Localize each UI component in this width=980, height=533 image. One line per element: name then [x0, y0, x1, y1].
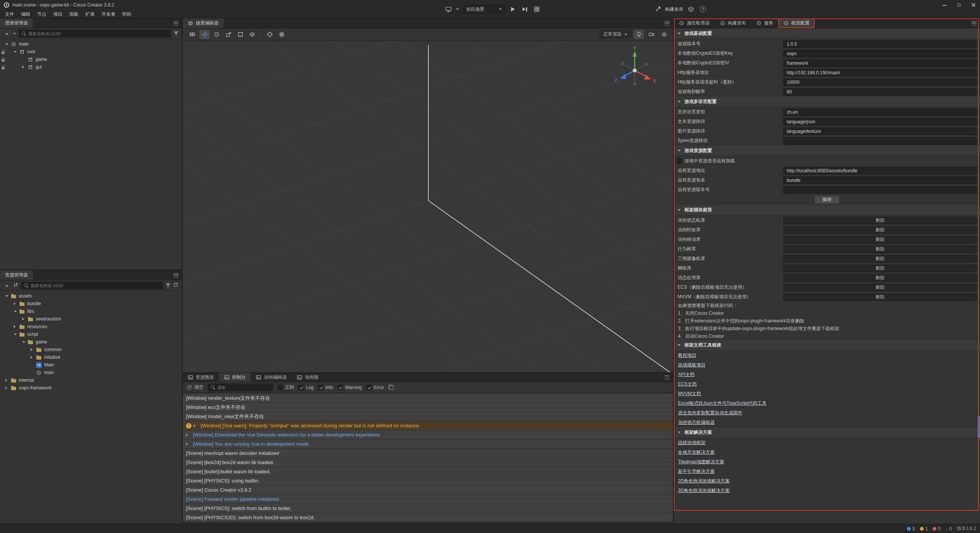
- hierarchy-node-row[interactable]: game: [0, 56, 182, 63]
- menu-item[interactable]: 编辑: [18, 10, 34, 18]
- delete-module-button[interactable]: 删除: [783, 284, 977, 291]
- asset-row[interactable]: resources: [0, 323, 182, 330]
- delete-module-button[interactable]: 删除: [783, 265, 977, 272]
- property-input[interactable]: language/json: [783, 118, 977, 126]
- scene-select-dropdown[interactable]: 当前场景: [462, 5, 505, 13]
- log-row[interactable]: ! [Window] render_texture文件夹不存在: [183, 394, 673, 402]
- add-asset-button[interactable]: +: [3, 282, 10, 289]
- hierarchy-search[interactable]: [19, 30, 171, 38]
- section-header-resource[interactable]: 游戏资源配置: [674, 146, 980, 156]
- log-row[interactable]: ! [Window] You are running Vue in develo…: [183, 440, 673, 448]
- scene-viewport[interactable]: Y X Z: [183, 41, 673, 372]
- solution-link[interactable]: Tiledmap地图解决方案: [678, 459, 724, 465]
- delete-module-button[interactable]: 删除: [783, 293, 977, 301]
- axis-gizmo[interactable]: Y X Z: [612, 46, 658, 92]
- property-input[interactable]: zh,en: [783, 108, 977, 116]
- console-search[interactable]: [208, 384, 273, 391]
- console-search-input[interactable]: [217, 385, 270, 390]
- inspector-tab[interactable]: 属性检查器: [674, 18, 715, 28]
- expander-icon[interactable]: [14, 325, 19, 328]
- clear-console-button[interactable]: 清空: [187, 384, 203, 391]
- solution-link[interactable]: 战棋游戏框架: [678, 440, 706, 446]
- close-button[interactable]: [971, 2, 976, 8]
- section-header-basic[interactable]: 游戏基础配置: [674, 28, 980, 39]
- step-button[interactable]: [521, 5, 529, 13]
- console-tab[interactable]: 资源预览: [183, 373, 219, 382]
- section-header-solutions[interactable]: 框架解决方案: [674, 427, 980, 438]
- log-row[interactable]: ! [Scene] Cocos Creator v3.8.2: [183, 486, 673, 494]
- lock-icon[interactable]: [2, 57, 5, 62]
- remote-load-checkbox[interactable]: [677, 159, 682, 164]
- asset-row[interactable]: seedrandom: [0, 315, 182, 323]
- play-button[interactable]: [509, 5, 517, 13]
- property-input[interactable]: [783, 137, 977, 145]
- inspector-tab[interactable]: 服务: [751, 18, 778, 28]
- scene-settings-gear-icon[interactable]: [659, 30, 669, 39]
- expander-icon[interactable]: [14, 334, 19, 335]
- assets-search-input[interactable]: [31, 283, 160, 288]
- delete-module-button[interactable]: 删除: [783, 217, 977, 224]
- console-tab[interactable]: 动画编辑器: [251, 373, 292, 382]
- section-header-language[interactable]: 游戏多语言配置: [674, 96, 980, 107]
- doc-link[interactable]: 动画状态机编辑器: [678, 419, 715, 426]
- doc-link[interactable]: MVVM文档: [678, 391, 701, 397]
- assets-search[interactable]: [21, 282, 163, 289]
- menu-item[interactable]: 面板: [66, 10, 82, 18]
- solution-link[interactable]: 3D角色扮演游戏解决方案: [678, 487, 730, 494]
- console-panel-menu-icon[interactable]: [665, 375, 670, 379]
- log-expander-icon[interactable]: [186, 433, 191, 437]
- property-input[interactable]: http://localhost:8083/assets/bundle: [783, 167, 977, 175]
- filter-checkbox[interactable]: [318, 385, 323, 390]
- info-count-indicator[interactable]: 3: [907, 526, 915, 531]
- regex-toggle[interactable]: 正则: [278, 384, 294, 391]
- asset-row[interactable]: common: [0, 346, 182, 353]
- hierarchy-panel-menu-icon[interactable]: [173, 21, 178, 25]
- hierarchy-node-row[interactable]: root: [0, 48, 182, 56]
- expander-icon[interactable]: [5, 379, 11, 382]
- log-row[interactable]: ! [Scene] [box2d]:box2d wasm lib loaded.: [183, 458, 673, 467]
- expander-icon[interactable]: [14, 302, 19, 305]
- property-input[interactable]: bundle: [783, 177, 977, 184]
- asset-row[interactable]: game: [0, 338, 182, 346]
- property-input[interactable]: [783, 186, 977, 194]
- doc-link[interactable]: 游戏模板项目: [678, 362, 706, 368]
- property-input[interactable]: framework: [783, 59, 977, 67]
- inspector-panel-menu-icon[interactable]: [972, 21, 977, 25]
- lock-icon[interactable]: [2, 65, 5, 69]
- filter-checkbox[interactable]: [299, 385, 304, 390]
- property-input[interactable]: 60: [783, 88, 977, 96]
- hierarchy-search-input[interactable]: [28, 31, 168, 36]
- log-row[interactable]: ! [Scene] [PHYSICS2D]: switch from box2d…: [183, 513, 673, 522]
- menu-item[interactable]: 节点: [34, 10, 50, 18]
- render-mode-dropdown[interactable]: 正常渲染: [599, 30, 631, 38]
- log-filter[interactable]: Error: [366, 385, 384, 390]
- property-input[interactable]: language/texture: [783, 128, 977, 135]
- lock-icon[interactable]: [2, 50, 5, 54]
- log-row[interactable]: ! [Scene] [bullet]:bullet wasm lib loade…: [183, 467, 673, 476]
- sort-assets-icon[interactable]: [13, 282, 18, 289]
- expander-icon[interactable]: [22, 341, 28, 343]
- expander-icon[interactable]: [14, 51, 19, 53]
- mode-3d-toggle[interactable]: 3D: [186, 30, 198, 39]
- scale-tool-button[interactable]: [223, 30, 234, 39]
- assets-panel-menu-icon[interactable]: [173, 273, 178, 277]
- minimize-button[interactable]: [942, 2, 947, 8]
- log-row[interactable]: ! [Window] model_view文件夹不存在: [183, 412, 673, 421]
- log-expander-icon[interactable]: [194, 424, 198, 427]
- camera-preview-button[interactable]: [646, 30, 657, 39]
- expander-icon[interactable]: [22, 317, 28, 320]
- solution-link[interactable]: 全栈开发解决方案: [678, 449, 715, 456]
- doc-link[interactable]: 教程项目: [678, 352, 696, 359]
- delete-module-button[interactable]: 删除: [783, 274, 977, 282]
- transform-gizmo-button[interactable]: [247, 30, 257, 39]
- rotate-tool-button[interactable]: [211, 30, 222, 39]
- solution-link[interactable]: 新手引导解决方案: [678, 468, 715, 475]
- expander-icon[interactable]: [31, 348, 36, 351]
- layout-grid-icon[interactable]: [532, 5, 541, 13]
- section-header-docs[interactable]: 框架文档工具链接: [674, 340, 980, 351]
- download-indicator[interactable]: ↓ 0: [946, 526, 952, 531]
- menu-item[interactable]: 项目: [50, 10, 66, 18]
- expander-icon[interactable]: [5, 43, 11, 45]
- assets-filter-icon[interactable]: [166, 283, 170, 288]
- move-tool-button[interactable]: [199, 30, 210, 39]
